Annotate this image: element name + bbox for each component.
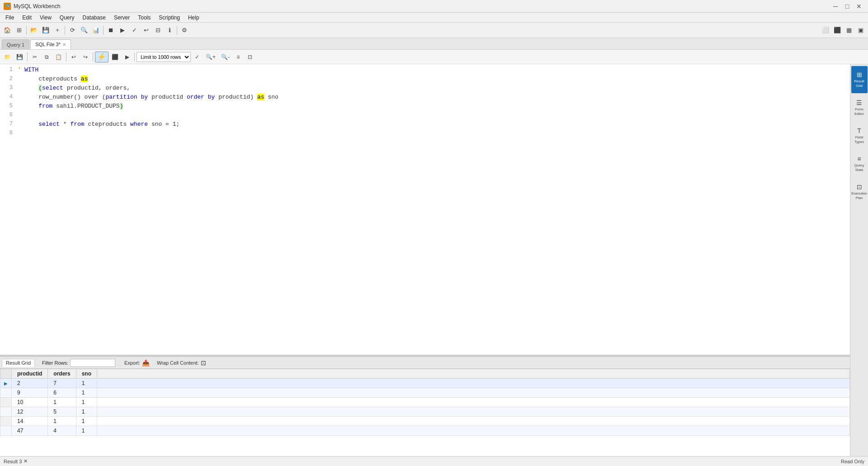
menu-tools[interactable]: Tools	[134, 14, 154, 22]
menu-scripting[interactable]: Scripting	[155, 14, 184, 22]
execute-btn[interactable]: ▶	[117, 25, 128, 36]
refresh-btn[interactable]: ⟳	[67, 25, 78, 36]
sql-toolbar: 📁 💾 ✂ ⧉ 📋 ↩ ↪ ⚡ ⬛ ▶ Limit to 1000 rows L…	[0, 50, 868, 64]
toggle-results-btn[interactable]: ⊡	[245, 52, 255, 62]
execute-all-btn[interactable]: ⚡	[95, 52, 108, 62]
export-section: Export: 📤	[124, 359, 150, 366]
cell-productid-6: 47	[12, 426, 48, 436]
query-stats-sidebar-btn[interactable]: ≡ QueryStats	[851, 150, 868, 177]
zoom-in-btn[interactable]: 🔍+	[203, 52, 218, 62]
row-indicator-6	[0, 426, 12, 436]
cell-sno-4: 1	[76, 407, 97, 417]
layout-btn-1[interactable]: ⬜	[820, 25, 831, 36]
menu-server[interactable]: Server	[110, 14, 133, 22]
table-row[interactable]: 10 1 1	[0, 398, 850, 407]
table-row[interactable]: 47 4 1	[0, 426, 850, 436]
wrap-cell-icon[interactable]: ⊡	[201, 359, 206, 366]
line-num-3: 3	[0, 84, 16, 91]
tab-sqlfile3[interactable]: SQL File 3* ✕	[30, 39, 71, 49]
maximize-button[interactable]: □	[842, 2, 853, 11]
toggle-panel-btn[interactable]: ⊟	[152, 25, 163, 36]
cell-extra-1	[97, 379, 850, 388]
code-editor[interactable]: 1 • WITH 2 cteproducts as 3 (select prod…	[0, 64, 850, 356]
menu-database[interactable]: Database	[79, 14, 109, 22]
status-bar: Result 3 ✕ Read Only	[0, 456, 868, 466]
manage-connections-btn[interactable]: ⊞	[14, 25, 24, 36]
result-table: productid orders sno ▶ 2 7 1	[0, 369, 850, 436]
title-bar: 🐬 MySQL Workbench ─ □ ✕	[0, 0, 868, 13]
read-only-label: Read Only	[841, 459, 864, 464]
inspect-btn[interactable]: 🔍	[79, 25, 90, 36]
info-btn[interactable]: ℹ	[164, 25, 175, 36]
new-query-tab-btn[interactable]: +	[52, 25, 63, 36]
filter-rows-section: Filter Rows:	[42, 359, 115, 367]
table-row[interactable]: ▶ 2 7 1	[0, 379, 850, 388]
sql-sep-2	[66, 52, 66, 62]
stop-exec-btn[interactable]: ⬛	[109, 52, 121, 62]
table-row[interactable]: 14 1 1	[0, 417, 850, 426]
editor-results-container: 1 • WITH 2 cteproducts as 3 (select prod…	[0, 64, 868, 456]
result-grid-tab[interactable]: Result Grid	[2, 359, 35, 367]
cell-orders-3: 1	[48, 398, 76, 407]
row-indicator-5	[0, 417, 12, 426]
field-types-sidebar-btn[interactable]: T FieldTypes	[851, 122, 868, 149]
format-btn[interactable]: ≡	[233, 52, 244, 62]
code-line-5: 5 from sahil.PRODUCT_DUPS)	[0, 102, 850, 111]
stop-btn[interactable]: ⏹	[105, 25, 116, 36]
export-icon[interactable]: 📤	[142, 359, 150, 366]
copy-btn[interactable]: ⧉	[41, 52, 52, 62]
app-title: MySQL Workbench	[14, 3, 60, 10]
field-types-label: FieldTypes	[854, 135, 864, 144]
commit-btn[interactable]: ✓	[129, 25, 140, 36]
limit-confirm-btn[interactable]: ✓	[192, 52, 203, 62]
performance-btn[interactable]: 📊	[90, 25, 101, 36]
result-grid-sidebar-btn[interactable]: ⊞ ResultGrid	[851, 66, 868, 93]
menu-query[interactable]: Query	[56, 14, 78, 22]
save-file-btn[interactable]: 💾	[14, 52, 25, 62]
tab-query1[interactable]: Query 1	[2, 39, 29, 49]
content-area: 1 • WITH 2 cteproducts as 3 (select prod…	[0, 64, 868, 456]
undo-btn[interactable]: ↩	[68, 52, 79, 62]
code-editor-area: 1 • WITH 2 cteproducts as 3 (select prod…	[0, 64, 850, 456]
layout-btn-4[interactable]: ▣	[855, 25, 866, 36]
menu-edit[interactable]: Edit	[19, 14, 35, 22]
save-script-btn[interactable]: 💾	[40, 25, 51, 36]
open-script-btn[interactable]: 📂	[28, 25, 39, 36]
new-connection-btn[interactable]: 🏠	[2, 25, 13, 36]
menu-file[interactable]: File	[2, 14, 18, 22]
open-file-btn[interactable]: 📁	[2, 52, 13, 62]
tab-close-icon[interactable]: ✕	[62, 42, 66, 47]
zoom-out-btn[interactable]: 🔍-	[219, 52, 232, 62]
form-editor-icon: ☰	[856, 99, 862, 106]
limit-rows-select[interactable]: Limit to 1000 rows Limit to 500 rows No …	[137, 52, 191, 62]
table-row[interactable]: 12 5 1	[0, 407, 850, 417]
cell-sno-1: 1	[76, 379, 97, 388]
result-close-btn[interactable]: ✕	[24, 458, 28, 464]
execution-plan-sidebar-btn[interactable]: ⊡ ExecutionPlan	[851, 178, 868, 205]
cell-productid-1: 2	[12, 379, 48, 388]
line-content-8	[23, 129, 850, 130]
layout-btn-3[interactable]: ▦	[844, 25, 854, 36]
redo-btn[interactable]: ↪	[80, 52, 91, 62]
settings-btn[interactable]: ⚙	[179, 25, 190, 36]
rollback-btn[interactable]: ↩	[141, 25, 151, 36]
line-content-6	[23, 111, 850, 112]
results-tabs-bar: Result Grid Filter Rows: Export: 📤 Wrap …	[0, 357, 850, 369]
cell-extra-2	[97, 388, 850, 398]
cut-btn[interactable]: ✂	[29, 52, 40, 62]
sql-sep-1	[27, 52, 28, 62]
paste-btn[interactable]: 📋	[53, 52, 64, 62]
cell-productid-2: 9	[12, 388, 48, 398]
export-label: Export:	[124, 360, 140, 366]
window-controls: ─ □ ✕	[830, 2, 864, 11]
close-button[interactable]: ✕	[854, 2, 864, 11]
minimize-button[interactable]: ─	[830, 2, 841, 11]
layout-btn-2[interactable]: ⬛	[832, 25, 843, 36]
exec-selection-btn[interactable]: ▶	[122, 52, 132, 62]
form-editor-sidebar-btn[interactable]: ☰ FormEditor	[851, 94, 868, 121]
menu-view[interactable]: View	[36, 14, 55, 22]
code-line-3: 3 (select productid, orders,	[0, 84, 850, 93]
table-row[interactable]: 9 6 1	[0, 388, 850, 398]
menu-help[interactable]: Help	[184, 14, 203, 22]
filter-rows-input[interactable]	[70, 359, 115, 367]
